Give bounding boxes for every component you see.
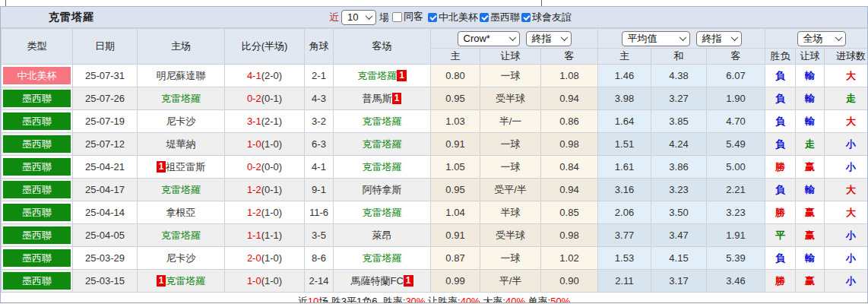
filter-checkbox-1[interactable]: 中北美杯 xyxy=(428,11,478,24)
summary-text: 让胜率: xyxy=(425,296,460,303)
team-name: 克雷塔羅 xyxy=(363,138,402,150)
table-row: 墨西聯 25-04-14 拿根亞 1-2(1-0) 11-6 克雷塔羅 1.04… xyxy=(2,201,868,224)
score-cell: 3-1(2-1) xyxy=(225,110,305,133)
red-card-badge: 1 xyxy=(157,275,166,287)
checkbox-checked-icon[interactable] xyxy=(521,13,531,22)
asian-handicap-cell: 受半球 xyxy=(480,224,541,247)
sub-header-asian-away: 客 xyxy=(541,49,598,65)
summary-stat-value: 30% xyxy=(405,296,425,303)
fulltime-score: 4-1 xyxy=(247,70,261,81)
asian-handicap-cell: 受平/半 xyxy=(480,179,541,201)
score-cell: 0-2(0-1) xyxy=(225,87,305,110)
fulltime-score: 1-1 xyxy=(247,230,261,241)
table-row: 墨西聯 25-07-12 堤華納 1-0(1-0) 6-3 克雷塔羅 0.91 … xyxy=(2,133,868,156)
filter-checkbox-2[interactable]: 墨西聯 xyxy=(480,11,520,24)
league-badge: 墨西聯 xyxy=(3,90,71,107)
league-cell: 墨西聯 xyxy=(2,247,73,270)
score-cell: 1-0(1-0) xyxy=(225,133,305,156)
filter-checkbox-0[interactable]: 同客 xyxy=(392,10,423,24)
away-team-cell: 普馬斯1 xyxy=(334,87,431,110)
team-name: 克雷塔羅 xyxy=(161,93,201,104)
league-badge: 墨西聯 xyxy=(3,112,71,130)
euro-home-odds-cell: 3.16 xyxy=(598,179,651,201)
home-team-cell: 克雷塔羅 xyxy=(138,87,225,110)
filter-checkbox-label[interactable]: 中北美杯 xyxy=(439,11,478,24)
league-badge: 墨西聯 xyxy=(3,135,71,153)
winloss-result-cell: 負 xyxy=(765,87,796,110)
result-scope-select[interactable]: 全场 xyxy=(797,31,846,46)
handicap-result-cell: 走 xyxy=(796,133,825,156)
euro-away-odds-cell: 5.00 xyxy=(707,156,765,179)
euro-draw-odds-cell: 3.85 xyxy=(651,110,707,133)
date-cell: 25-04-21 xyxy=(73,156,138,179)
checkbox-unchecked-icon[interactable] xyxy=(392,12,402,22)
asian-handicap-cell: 一球 xyxy=(480,247,541,270)
team-name: 克雷塔羅 xyxy=(166,275,205,287)
goals-result-cell: 大 xyxy=(825,179,868,201)
team-name: 克雷塔羅 xyxy=(363,116,402,127)
asian-stage-select[interactable]: 終指 xyxy=(526,31,572,46)
goals-result-cell: 小 xyxy=(825,270,868,293)
euro-draw-odds-cell: 4.24 xyxy=(651,133,707,156)
team-name: 克雷塔羅 xyxy=(161,230,201,241)
euro-home-odds-cell: 1.53 xyxy=(598,247,651,270)
league-cell: 墨西聯 xyxy=(2,110,73,133)
score-cell: 1-2(1-0) xyxy=(225,201,305,224)
asian-handicap-cell: 一球 xyxy=(480,156,541,179)
asian-stage-value: 終指 xyxy=(532,32,552,46)
asian-handicap-cell: 半/一 xyxy=(480,110,541,133)
checkbox-checked-icon[interactable] xyxy=(480,13,489,22)
asian-handicap-cell: 受半球 xyxy=(480,87,541,110)
col-header-home: 主场 xyxy=(138,29,225,65)
filter-checkbox-label[interactable]: 同客 xyxy=(404,10,423,24)
asian-away-odds-cell: 0.90 xyxy=(541,270,598,293)
asian-away-odds-cell: 0.98 xyxy=(541,224,598,247)
checkbox-checked-icon[interactable] xyxy=(428,13,437,22)
euro-draw-odds-cell: 3.47 xyxy=(651,224,707,247)
sub-header-euro-draw: 和 xyxy=(651,49,707,65)
winloss-result-cell: 負 xyxy=(765,133,796,156)
halftime-score: (2-0) xyxy=(261,70,282,81)
chevron-down-icon xyxy=(366,12,373,20)
asian-bookmaker-select[interactable]: Crow* xyxy=(458,31,520,46)
away-team-cell: 克雷塔羅 xyxy=(334,156,431,179)
fulltime-score: 1-2 xyxy=(247,184,261,195)
corner-cell: 3-5 xyxy=(305,224,334,247)
league-cell: 中北美杯 xyxy=(2,65,73,87)
filter-checkbox-label[interactable]: 球會友誼 xyxy=(532,11,572,24)
home-team-cell: 明尼蘇達聯 xyxy=(138,65,225,87)
home-team-cell: 堤華納 xyxy=(138,133,225,156)
euro-draw-odds-cell: 3.86 xyxy=(651,156,707,179)
asian-home-odds-cell: 0.87 xyxy=(431,247,480,270)
euro-away-odds-cell: 3.23 xyxy=(707,201,765,224)
asian-odds-group-header: Crow* 終指 xyxy=(431,29,598,49)
handicap-result-cell: 輸 xyxy=(796,87,825,110)
corner-cell: 11-6 xyxy=(305,201,334,224)
team-name: 尼卡沙 xyxy=(166,252,196,264)
halftime-score: (1-0) xyxy=(261,207,282,218)
euro-draw-odds-cell: 3.27 xyxy=(651,87,707,110)
asian-away-odds-cell: 0.94 xyxy=(541,87,598,110)
away-team-cell: 阿特拿斯 xyxy=(334,179,431,201)
away-team-cell: 克雷塔羅 xyxy=(334,247,431,270)
fulltime-score: 3-1 xyxy=(247,116,261,127)
table-row: 墨西聯 25-07-26 克雷塔羅 0-2(0-1) 4-3 普馬斯1 0.95… xyxy=(2,87,868,110)
league-cell: 墨西聯 xyxy=(2,179,73,201)
match-count-select[interactable]: 10 xyxy=(341,10,376,25)
date-cell: 25-04-05 xyxy=(73,224,138,247)
filter-checkbox-3[interactable]: 球會友誼 xyxy=(521,11,572,24)
col-header-away: 客场 xyxy=(334,29,431,65)
goals-result-cell: 小 xyxy=(825,224,868,247)
league-cell: 墨西聯 xyxy=(2,224,73,247)
euro-home-odds-cell: 2.06 xyxy=(598,201,651,224)
filter-checkbox-label[interactable]: 墨西聯 xyxy=(490,11,520,24)
euro-bookmaker-select[interactable]: 平均值 xyxy=(622,31,690,46)
winloss-result-cell: 平 xyxy=(765,224,796,247)
goals-result-cell: 走 xyxy=(825,87,868,110)
halftime-score: (1-0) xyxy=(261,138,282,150)
euro-stage-select[interactable]: 終指 xyxy=(696,31,742,46)
asian-home-odds-cell: 1.03 xyxy=(431,110,480,133)
league-cell: 墨西聯 xyxy=(2,87,73,110)
goals-result-cell: 小 xyxy=(825,133,868,156)
team-name: 馬薩特蘭FC xyxy=(350,275,403,287)
